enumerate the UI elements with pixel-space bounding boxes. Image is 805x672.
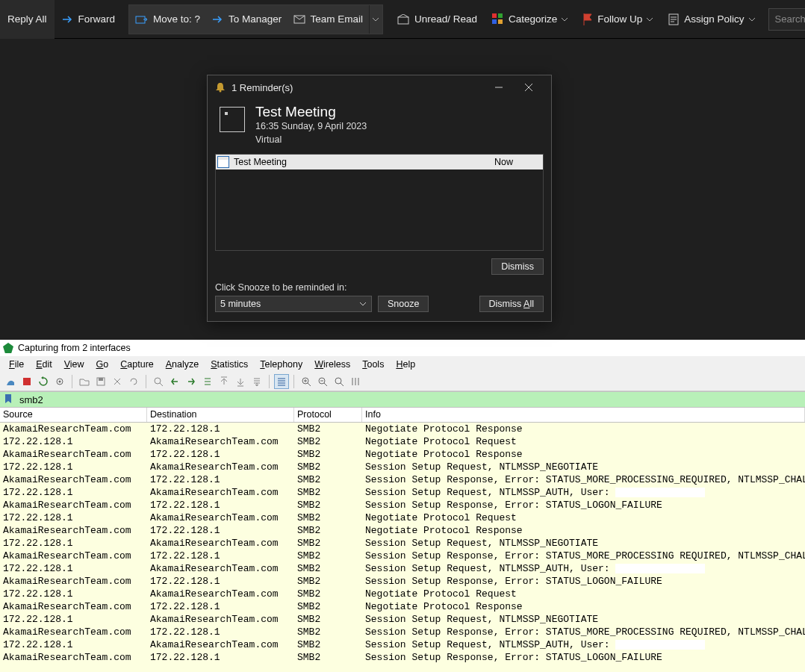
menu-help[interactable]: Help (390, 359, 421, 370)
meeting-location-link[interactable]: Virtual (255, 134, 367, 147)
stop-capture-button[interactable] (19, 374, 34, 389)
header-destination[interactable]: Destination (147, 408, 294, 422)
menu-file[interactable]: File (3, 359, 30, 370)
go-forward-button[interactable] (184, 374, 199, 389)
packet-row[interactable]: AkamaiResearchTeam.com172.22.128.1SMB2Ne… (0, 448, 805, 461)
packet-row[interactable]: AkamaiResearchTeam.com172.22.128.1SMB2Se… (0, 626, 805, 638)
snooze-button[interactable]: Snooze (378, 296, 429, 312)
dismiss-button[interactable]: Dismiss (491, 258, 544, 275)
packet-row[interactable]: 172.22.128.1AkamaiResearchTeam.comSMB2Se… (0, 638, 805, 651)
folder-move-icon (135, 14, 149, 25)
quick-steps-dropdown[interactable] (369, 5, 382, 34)
folder-open-icon (79, 376, 90, 387)
toolbar-separator (293, 375, 294, 388)
open-file-button[interactable] (77, 374, 92, 389)
header-protocol[interactable]: Protocol (294, 408, 362, 422)
search-people-input[interactable]: Search Pe (768, 8, 805, 31)
outlook-window: Reply All Forward Move to: ? To Manager (0, 0, 805, 340)
restart-capture-button[interactable] (36, 374, 51, 389)
menu-analyze[interactable]: Analyze (160, 359, 205, 370)
forward-icon (62, 14, 74, 25)
move-to-button[interactable]: Move to: ? (129, 5, 206, 34)
packet-row[interactable]: 172.22.128.1AkamaiResearchTeam.comSMB2Se… (0, 486, 805, 499)
packet-row[interactable]: AkamaiResearchTeam.com172.22.128.1SMB2Ne… (0, 600, 805, 613)
to-manager-button[interactable]: To Manager (206, 5, 288, 34)
envelope-icon (293, 15, 305, 24)
zoom-reset-button[interactable] (332, 374, 346, 389)
packet-row[interactable]: AkamaiResearchTeam.com172.22.128.1SMB2Ne… (0, 423, 805, 435)
auto-scroll-button[interactable] (249, 374, 264, 389)
unread-read-button[interactable]: Unread/ Read (389, 0, 485, 39)
colorize-button[interactable] (274, 374, 289, 389)
filter-bookmark-icon[interactable] (1, 393, 15, 406)
reload-button[interactable] (126, 374, 141, 389)
find-packet-button[interactable] (151, 374, 166, 389)
menu-tools[interactable]: Tools (356, 359, 390, 370)
cell-source: 172.22.128.1 (0, 537, 147, 550)
menu-telephony[interactable]: Telephony (254, 359, 308, 370)
resize-columns-button[interactable] (348, 374, 363, 389)
zoom-out-button[interactable] (315, 374, 330, 389)
reminder-titlebar: 1 Reminder(s) (208, 75, 551, 99)
cell-destination: 172.22.128.1 (147, 423, 294, 435)
packet-row[interactable]: AkamaiResearchTeam.com172.22.128.1SMB2Se… (0, 550, 805, 562)
go-to-packet-button[interactable] (200, 374, 215, 389)
display-filter-input[interactable] (16, 394, 805, 405)
menu-wireless[interactable]: Wireless (308, 359, 356, 370)
start-capture-button[interactable] (3, 374, 18, 389)
packet-row[interactable]: 172.22.128.1AkamaiResearchTeam.comSMB2Se… (0, 461, 805, 473)
menu-edit[interactable]: Edit (30, 359, 58, 370)
menu-go[interactable]: Go (90, 359, 115, 370)
zoom-out-icon (317, 376, 328, 387)
menu-statistics[interactable]: Statistics (205, 359, 254, 370)
assign-policy-button[interactable]: Assign Policy (660, 0, 762, 39)
menu-capture[interactable]: Capture (114, 359, 159, 370)
cell-source: AkamaiResearchTeam.com (0, 626, 147, 638)
forward-button[interactable]: Forward (55, 0, 123, 39)
cell-source: 172.22.128.1 (0, 486, 147, 499)
packet-row[interactable]: AkamaiResearchTeam.com172.22.128.1SMB2Se… (0, 575, 805, 588)
go-last-button[interactable] (233, 374, 248, 389)
zoom-in-button[interactable] (299, 374, 314, 389)
reminder-actions-top: Dismiss (208, 251, 551, 282)
packet-row[interactable]: 172.22.128.1AkamaiResearchTeam.comSMB2Ne… (0, 511, 805, 524)
meeting-title: Test Meeting (255, 104, 367, 120)
cell-destination: AkamaiResearchTeam.com (147, 435, 294, 448)
go-back-button[interactable] (167, 374, 182, 389)
header-source[interactable]: Source (0, 408, 147, 422)
packet-list[interactable]: AkamaiResearchTeam.com172.22.128.1SMB2Ne… (0, 423, 805, 672)
packet-row[interactable]: 172.22.128.1AkamaiResearchTeam.comSMB2Ne… (0, 588, 805, 600)
packet-row[interactable]: 172.22.128.1AkamaiResearchTeam.comSMB2Se… (0, 562, 805, 575)
cell-source: 172.22.128.1 (0, 461, 147, 473)
reminder-list-item[interactable]: Test Meeting Now (216, 155, 543, 169)
close-button[interactable] (514, 75, 544, 99)
dismiss-all-button[interactable]: Dismiss All (479, 296, 544, 312)
go-first-button[interactable] (217, 374, 231, 389)
header-info[interactable]: Info (362, 408, 805, 422)
categorize-button[interactable]: Categorize (485, 0, 575, 39)
capture-options-button[interactable] (52, 374, 67, 389)
svg-rect-13 (99, 378, 103, 381)
team-email-button[interactable]: Team Email (288, 5, 369, 34)
cell-info: Session Setup Response, Error: STATUS_LO… (362, 575, 805, 588)
menu-view[interactable]: View (58, 359, 90, 370)
packet-row[interactable]: 172.22.128.1AkamaiResearchTeam.comSMB2Se… (0, 613, 805, 626)
packet-row[interactable]: AkamaiResearchTeam.com172.22.128.1SMB2Se… (0, 473, 805, 486)
packet-row[interactable]: AkamaiResearchTeam.com172.22.128.1SMB2Se… (0, 499, 805, 511)
snooze-duration-select[interactable]: 5 minutes (215, 296, 372, 312)
reminder-list[interactable]: Test Meeting Now (215, 154, 544, 251)
reload-icon (128, 376, 139, 387)
cell-source: 172.22.128.1 (0, 613, 147, 626)
close-file-button[interactable] (110, 374, 125, 389)
save-file-button[interactable] (93, 374, 108, 389)
search-icon (153, 376, 164, 387)
packet-row[interactable]: AkamaiResearchTeam.com172.22.128.1SMB2Se… (0, 651, 805, 664)
packet-row[interactable]: 172.22.128.1AkamaiResearchTeam.comSMB2Se… (0, 537, 805, 550)
follow-up-button[interactable]: Follow Up (575, 0, 660, 39)
minimize-button[interactable] (484, 75, 514, 99)
reply-all-button[interactable]: Reply All (0, 0, 55, 39)
packet-row[interactable]: AkamaiResearchTeam.com172.22.128.1SMB2Ne… (0, 524, 805, 537)
packet-row[interactable]: 172.22.128.1AkamaiResearchTeam.comSMB2Ne… (0, 435, 805, 448)
toolbar-separator (72, 375, 72, 388)
cell-source: 172.22.128.1 (0, 435, 147, 448)
